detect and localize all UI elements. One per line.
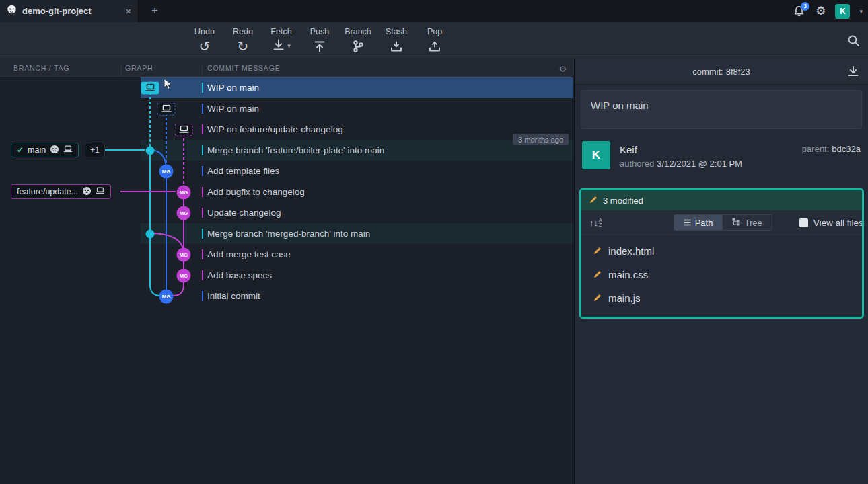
tab-bar: demo-git-project × + 3 ⚙ K ▾ — [0, 0, 868, 22]
commit-graph-panel: BRANCH / TAG GRAPH COMMIT MESSAGE ⚙ WIP … — [0, 58, 574, 484]
commit-author-block: K Keif authored3/12/2021 @ 2:01 PM paren… — [582, 140, 861, 171]
list-icon — [684, 218, 691, 228]
file-name: main.css — [608, 269, 648, 280]
branch-extra-count[interactable]: +1 — [85, 143, 105, 157]
commit-row[interactable]: Add merge test case — [0, 244, 574, 265]
modified-pencil-icon — [593, 245, 602, 257]
view-all-checkbox[interactable] — [799, 218, 808, 227]
row-lane-tick — [202, 124, 203, 134]
row-lane-tick — [202, 83, 203, 93]
commit-message: Initial commit — [207, 286, 260, 307]
push-button[interactable]: Push — [305, 22, 334, 58]
branch-label-feature[interactable]: feature/update... — [11, 184, 111, 199]
new-tab-button[interactable]: + — [147, 3, 162, 18]
commit-message: Add merge test case — [207, 244, 291, 265]
column-graph[interactable]: GRAPH — [125, 64, 153, 72]
commit-row[interactable]: Update changelog — [0, 202, 574, 223]
wip-laptop-node[interactable] — [157, 102, 176, 115]
row-lane-tick — [202, 208, 203, 218]
column-branch-tag[interactable]: BRANCH / TAG — [13, 64, 69, 72]
fetch-dropdown-caret[interactable]: ▾ — [287, 43, 291, 49]
commit-message: Update changelog — [207, 202, 281, 223]
commit-message: Add bugfix to changelog — [207, 182, 305, 202]
commit-hash: 8f8f23 — [726, 67, 750, 77]
commit-author-avatar[interactable]: MG — [159, 289, 174, 303]
notifications-button[interactable]: 3 — [793, 5, 806, 18]
file-row[interactable]: main.js — [581, 286, 862, 310]
fetch-button[interactable]: Fetch ▾ — [267, 22, 295, 58]
commit-message: WIP on main — [207, 98, 259, 119]
commit-row[interactable]: Add template files — [0, 161, 574, 182]
settings-gear-icon[interactable]: ⚙ — [816, 5, 826, 17]
commit-message: WIP on main — [207, 77, 259, 98]
commit-author-avatar[interactable]: MG — [177, 206, 191, 220]
commit-author-avatar[interactable]: MG — [177, 268, 191, 282]
branch-icon — [351, 38, 365, 54]
tree-view-button[interactable]: Tree — [723, 214, 772, 231]
view-all-files-toggle[interactable]: View all files — [799, 218, 863, 228]
redo-button[interactable]: Redo ↻ — [229, 22, 257, 58]
gitkraken-window: demo-git-project × + 3 ⚙ K ▾ Undo ↺ Redo — [0, 0, 868, 484]
main-toolbar: Undo ↺ Redo ↻ Fetch ▾ Push Branch — [0, 22, 868, 58]
wip-laptop-node[interactable] — [141, 81, 159, 94]
commit-row[interactable]: Add base specs — [0, 265, 574, 286]
branch-button[interactable]: Branch — [344, 22, 372, 58]
github-icon — [50, 145, 59, 156]
search-button[interactable] — [847, 34, 860, 50]
merge-commit-dot[interactable] — [146, 146, 155, 155]
file-row[interactable]: index.html — [581, 239, 862, 263]
mouse-cursor — [164, 78, 172, 93]
commit-message: WIP on feature/update-changelog — [207, 119, 343, 140]
wip-laptop-node[interactable] — [175, 123, 193, 136]
file-list-toolbar: ↑↓ AZ Path Tree — [581, 210, 862, 235]
commit-author-avatar[interactable]: MG — [159, 164, 174, 178]
commit-author-avatar[interactable]: MG — [177, 185, 191, 199]
commit-row[interactable]: WIP on main — [0, 98, 574, 119]
sort-icon[interactable]: ↑↓ AZ — [589, 218, 602, 227]
commit-author-avatar[interactable]: MG — [177, 247, 191, 261]
path-view-button[interactable]: Path — [674, 214, 723, 231]
fetch-icon — [272, 38, 285, 54]
file-row[interactable]: main.css — [581, 263, 862, 286]
computer-icon — [63, 145, 73, 155]
github-icon — [82, 186, 92, 198]
commit-row[interactable]: Merge branch 'merged-branch' into main — [0, 223, 574, 244]
row-lane-tick — [202, 104, 203, 114]
date-badge: 3 months ago — [513, 134, 569, 145]
author-avatar: K — [582, 141, 610, 169]
undo-icon: ↺ — [199, 38, 211, 54]
modified-summary-row: 3 modified — [581, 190, 862, 210]
parent-line[interactable]: parent:bdc32a — [802, 144, 861, 154]
commit-message: Merge branch 'feature/boiler-plate' into… — [207, 140, 384, 161]
file-name: main.js — [608, 292, 641, 304]
download-patch-button[interactable] — [846, 65, 860, 80]
user-avatar[interactable]: K — [835, 4, 850, 19]
column-commit-message[interactable]: COMMIT MESSAGE — [207, 64, 280, 72]
commit-message-box[interactable]: WIP on main — [581, 90, 862, 129]
commit-detail-panel: commit: 8f8f23 WIP on main K Keif author… — [575, 58, 868, 484]
pop-icon — [428, 38, 441, 54]
branch-label-main[interactable]: ✓ main — [11, 143, 79, 157]
commit-message: Merge branch 'merged-branch' into main — [207, 223, 370, 244]
column-settings-gear-icon[interactable]: ⚙ — [559, 64, 567, 74]
merge-commit-dot[interactable] — [146, 229, 155, 238]
tab-close-icon[interactable]: × — [126, 6, 131, 17]
row-lane-tick — [202, 166, 203, 176]
row-lane-tick — [202, 291, 203, 301]
search-icon — [847, 38, 860, 49]
modified-summary: 3 modified — [603, 196, 643, 206]
undo-button[interactable]: Undo ↺ — [190, 22, 219, 58]
commit-row[interactable]: WIP on feature/update-changelog — [0, 119, 574, 140]
redo-icon: ↻ — [238, 38, 249, 54]
detail-panel-footer — [575, 317, 868, 484]
repo-tab[interactable]: demo-git-project × — [0, 0, 139, 22]
stash-button[interactable]: Stash — [382, 22, 410, 58]
commit-row[interactable]: WIP on main — [0, 77, 574, 98]
authored-date: 3/12/2021 @ 2:01 PM — [657, 159, 742, 169]
pop-button[interactable]: Pop — [421, 22, 449, 58]
branch-name: main — [28, 145, 46, 155]
profile-caret-icon[interactable]: ▾ — [859, 8, 863, 15]
row-lane-tick — [202, 145, 203, 155]
commit-row[interactable]: Initial commit — [0, 286, 574, 307]
checked-out-icon: ✓ — [17, 145, 24, 155]
